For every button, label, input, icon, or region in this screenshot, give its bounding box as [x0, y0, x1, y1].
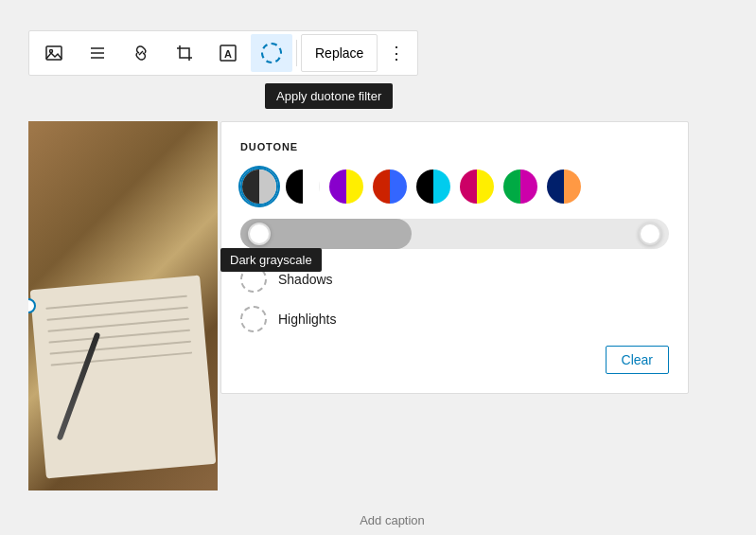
slider-track	[240, 219, 669, 249]
swatches-row	[240, 168, 669, 205]
swatch-black-cyan[interactable]	[414, 168, 452, 205]
toolbar-tooltip: Apply duotone filter	[265, 83, 393, 109]
clear-button[interactable]: Clear	[606, 346, 669, 374]
image-content	[28, 121, 218, 490]
svg-line-5	[139, 51, 143, 55]
replace-button[interactable]: Replace	[301, 34, 378, 72]
swatch-tooltip: Dark grayscale	[220, 248, 322, 272]
align-button[interactable]	[77, 34, 118, 72]
svg-text:A: A	[224, 48, 232, 60]
duotone-button[interactable]	[251, 34, 292, 72]
link-button[interactable]	[120, 34, 162, 72]
image-area	[28, 121, 218, 490]
swatch-navy-orange[interactable]	[545, 168, 583, 205]
more-options-button[interactable]: ⋮	[379, 34, 413, 72]
swatch-purple-yellow[interactable]	[327, 168, 365, 205]
shadows-label: Shadows	[278, 272, 333, 287]
slider-thumb-left[interactable]	[248, 223, 271, 245]
duotone-panel-title: DUOTONE	[240, 141, 669, 152]
clear-button-row: Clear	[240, 346, 669, 374]
text-overlay-button[interactable]: A	[207, 34, 249, 72]
notebook-decoration	[30, 276, 217, 479]
highlights-option[interactable]: Highlights	[240, 306, 669, 332]
crop-button[interactable]	[164, 34, 205, 72]
swatch-magenta-yellow[interactable]	[458, 168, 496, 205]
svg-rect-0	[46, 46, 62, 60]
swatch-black-white[interactable]	[284, 168, 322, 205]
highlights-color-circle[interactable]	[240, 306, 267, 332]
add-caption[interactable]: Add caption	[28, 513, 756, 527]
duotone-icon	[261, 43, 282, 63]
duotone-slider[interactable]	[240, 219, 669, 249]
highlights-label: Highlights	[278, 312, 336, 327]
slider-thumb-right[interactable]	[639, 223, 661, 245]
toolbar-divider	[296, 40, 297, 66]
image-toolbar: A Replace ⋮	[28, 30, 418, 76]
swatch-green-magenta[interactable]	[501, 168, 539, 205]
swatch-red-blue[interactable]	[371, 168, 409, 205]
swatch-dark-grayscale[interactable]	[240, 168, 278, 205]
image-button[interactable]	[33, 34, 75, 72]
